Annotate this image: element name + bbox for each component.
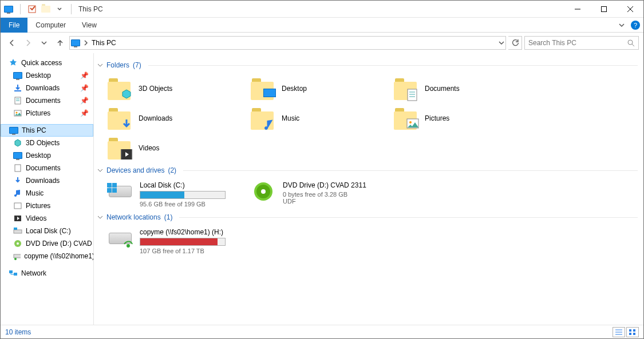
pc-icon — [9, 127, 18, 134]
sidebar-network[interactable]: Network — [1, 267, 93, 280]
folder-item[interactable]: Downloads — [94, 103, 237, 133]
svg-rect-5 — [14, 90, 21, 91]
view-details-button[interactable] — [613, 327, 625, 337]
svg-rect-14 — [14, 230, 22, 233]
qat-dropdown-icon[interactable] — [55, 5, 64, 14]
svg-rect-29 — [121, 149, 122, 159]
sidebar-item-desktop[interactable]: Desktop📌 — [1, 69, 93, 82]
ribbon-tab-computer[interactable]: Computer — [27, 18, 74, 33]
sidebar-item-localdisk[interactable]: Local Disk (C:) — [1, 225, 93, 237]
svg-rect-11 — [15, 165, 21, 172]
svg-line-4 — [632, 44, 634, 46]
sidebar-item-netdrive[interactable]: copyme (\\fs02\home1) (H:) — [1, 250, 93, 262]
sidebar-item-downloads[interactable]: Downloads — [1, 174, 93, 187]
minimize-button[interactable] — [564, 1, 591, 18]
folder-label: Documents — [425, 85, 460, 93]
refresh-button[interactable] — [508, 36, 522, 50]
drive-name: DVD Drive (D:) CVAD 2311 — [283, 181, 369, 189]
chevron-down-icon — [97, 62, 103, 68]
group-header-network[interactable]: Network locations (1) — [97, 213, 638, 221]
folder-icon — [108, 77, 133, 100]
maximize-button[interactable] — [591, 1, 617, 18]
svg-rect-12 — [14, 203, 21, 209]
folder-label: Downloads — [139, 114, 172, 122]
svg-point-37 — [261, 189, 266, 194]
sidebar-item-pictures[interactable]: Pictures — [1, 200, 93, 212]
close-button[interactable] — [617, 1, 643, 18]
up-button[interactable] — [53, 36, 67, 50]
ribbon-tab-file[interactable]: File — [1, 18, 27, 33]
titlebar: This PC — [1, 1, 643, 18]
drive-item[interactable]: copyme (\\fs02\home1) (H:) 107 GB free o… — [94, 226, 237, 257]
window-title: This PC — [78, 5, 103, 13]
sidebar-item-downloads[interactable]: Downloads📌 — [1, 82, 93, 94]
downloads-icon — [13, 176, 22, 185]
drive-freespace: 95.6 GB free of 199 GB — [140, 201, 226, 208]
svg-rect-42 — [629, 329, 631, 332]
ribbon-tab-view[interactable]: View — [74, 18, 105, 33]
chevron-right-icon — [84, 39, 88, 46]
pin-icon: 📌 — [80, 97, 89, 105]
forward-button[interactable] — [21, 36, 35, 50]
sidebar-item-desktop[interactable]: Desktop — [1, 149, 93, 162]
qat-properties-icon[interactable] — [27, 5, 37, 14]
svg-point-10 — [16, 112, 18, 114]
sidebar: Quick access Desktop📌 Downloads📌 Documen… — [1, 53, 94, 325]
svg-rect-18 — [14, 254, 21, 258]
address-dropdown-icon[interactable] — [499, 40, 504, 46]
qat-newfolder-icon[interactable] — [41, 5, 50, 14]
desktop-icon — [13, 72, 22, 79]
svg-rect-33 — [107, 188, 112, 193]
folder-item[interactable]: Documents — [380, 74, 523, 103]
help-icon[interactable]: ? — [631, 21, 640, 30]
address-bar[interactable]: This PC — [69, 36, 506, 50]
folder-item[interactable]: Music — [237, 103, 380, 133]
folder-item[interactable]: Desktop — [237, 74, 380, 103]
svg-point-38 — [127, 244, 130, 248]
svg-rect-45 — [633, 333, 635, 335]
pictures-icon — [13, 109, 22, 118]
star-icon — [9, 58, 18, 67]
sidebar-item-pictures[interactable]: Pictures📌 — [1, 107, 93, 119]
app-icon — [4, 5, 13, 14]
recent-dropdown-icon[interactable] — [37, 36, 51, 50]
cube-icon — [13, 138, 22, 147]
folder-item[interactable]: Videos — [94, 133, 237, 163]
svg-rect-44 — [629, 333, 631, 335]
folder-label: Pictures — [425, 114, 449, 122]
sidebar-item-documents[interactable]: Documents📌 — [1, 94, 93, 107]
breadcrumb[interactable]: This PC — [92, 39, 116, 47]
folder-item[interactable]: Pictures — [380, 103, 523, 133]
search-input[interactable] — [528, 39, 627, 47]
folder-label: Music — [282, 114, 299, 122]
sidebar-item-music[interactable]: Music — [1, 187, 93, 200]
sidebar-item-documents[interactable]: Documents — [1, 162, 93, 174]
harddrive-icon — [109, 186, 132, 197]
drive-name: copyme (\\fs02\home1) (H:) — [140, 228, 226, 236]
search-box[interactable] — [524, 36, 639, 50]
sidebar-quickaccess[interactable]: Quick access — [1, 57, 93, 69]
folder-label: Desktop — [282, 85, 307, 93]
view-icons-button[interactable] — [626, 327, 639, 337]
ribbon-expand-icon[interactable] — [617, 21, 626, 30]
item-count: 10 items — [5, 328, 31, 336]
svg-point-3 — [628, 40, 633, 45]
folder-label: Videos — [139, 144, 159, 152]
folder-item[interactable]: 3D Objects — [94, 74, 237, 103]
drive-item[interactable]: DVD Drive (D:) CVAD 2311 0 bytes free of… — [237, 179, 380, 210]
drive-item[interactable]: Local Disk (C:) 95.6 GB free of 199 GB — [94, 179, 237, 210]
group-header-drives[interactable]: Devices and drives (2) — [97, 166, 638, 174]
back-button[interactable] — [5, 36, 19, 50]
sidebar-item-3dobjects[interactable]: 3D Objects — [1, 137, 93, 149]
sidebar-item-videos[interactable]: Videos — [1, 212, 93, 225]
sidebar-thispc[interactable]: This PC — [1, 124, 93, 137]
statusbar: 10 items — [1, 325, 643, 338]
search-icon — [627, 39, 635, 47]
sidebar-label: Quick access — [21, 59, 62, 67]
folder-icon — [394, 77, 419, 100]
group-header-folders[interactable]: Folders (7) — [97, 61, 638, 69]
svg-rect-43 — [633, 329, 635, 332]
svg-point-17 — [17, 242, 19, 245]
drive-name: Local Disk (C:) — [140, 181, 226, 189]
sidebar-item-dvd[interactable]: DVD Drive (D:) CVAD — [1, 237, 93, 250]
